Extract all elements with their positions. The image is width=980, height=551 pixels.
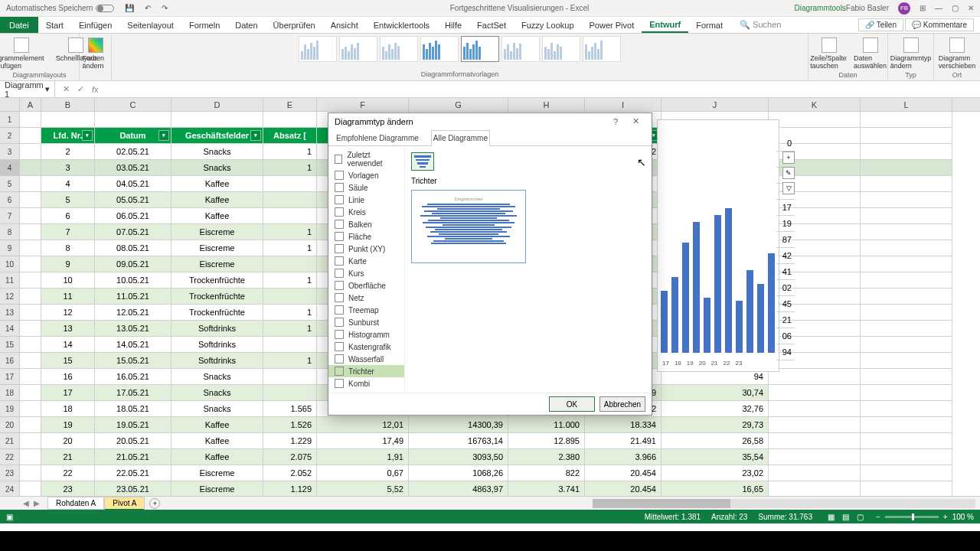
- chart-style-5[interactable]: [461, 36, 499, 62]
- cell[interactable]: Kaffee: [172, 449, 263, 465]
- tab-help[interactable]: Hilfe: [437, 17, 469, 33]
- cell[interactable]: 5,52: [317, 481, 409, 496]
- cell[interactable]: 6: [41, 208, 95, 224]
- chart-type-item[interactable]: Histogramm: [328, 328, 404, 341]
- cell[interactable]: 1: [263, 160, 317, 176]
- change-chart-type-button[interactable]: Diagrammtyp ändern: [889, 36, 933, 71]
- cell[interactable]: 03.05.21: [95, 160, 172, 176]
- chart-style-1[interactable]: [299, 36, 337, 62]
- cell[interactable]: 13: [41, 321, 95, 337]
- cell[interactable]: 23.05.21: [95, 481, 172, 496]
- cell[interactable]: 04.05.21: [95, 176, 172, 192]
- chart-type-item[interactable]: Sunburst: [328, 316, 404, 328]
- cell[interactable]: 3.741: [508, 481, 585, 496]
- user-avatar[interactable]: FB: [898, 2, 910, 15]
- dialog-tab-all[interactable]: Alle Diagramme: [431, 130, 490, 146]
- cell[interactable]: 14: [41, 337, 95, 353]
- view-pagebreak-icon[interactable]: ▢: [857, 513, 864, 521]
- cell[interactable]: 1: [263, 144, 317, 160]
- chart-bar[interactable]: [704, 298, 710, 353]
- move-chart-button[interactable]: Diagramm verschieben: [937, 36, 978, 71]
- chart-type-item[interactable]: Punkt (XY): [328, 243, 404, 255]
- name-box[interactable]: Diagramm 1 ▾: [0, 80, 55, 99]
- cell[interactable]: 1: [263, 353, 317, 369]
- tab-review[interactable]: Überprüfen: [266, 17, 323, 33]
- cell[interactable]: 1.129: [263, 481, 317, 496]
- select-data-button[interactable]: Daten auswählen: [853, 36, 887, 71]
- cancel-formula-icon[interactable]: ✕: [63, 84, 70, 94]
- cell[interactable]: 23,02: [662, 465, 769, 481]
- cell[interactable]: 7: [41, 224, 95, 240]
- tab-fuzzy[interactable]: Fuzzy Lookup: [514, 17, 581, 33]
- filter-icon[interactable]: ▾: [82, 130, 93, 141]
- chart-type-item[interactable]: Kombi: [328, 377, 404, 390]
- cancel-button[interactable]: Abbrechen: [599, 396, 645, 412]
- cell[interactable]: 21.491: [585, 433, 662, 449]
- cell[interactable]: 1.526: [263, 417, 317, 433]
- cell[interactable]: Kaffee: [172, 433, 263, 449]
- cell[interactable]: 22.05.21: [95, 465, 172, 481]
- cell[interactable]: [263, 369, 317, 385]
- dialog-close-icon[interactable]: ✕: [626, 116, 645, 126]
- chart-type-item[interactable]: Oberfläche: [328, 279, 404, 292]
- record-macro-icon[interactable]: ▣: [6, 513, 13, 521]
- cell[interactable]: 3093,50: [409, 449, 508, 465]
- col-header[interactable]: B: [41, 98, 95, 111]
- cell[interactable]: 1,91: [317, 449, 409, 465]
- maximize-icon[interactable]: ▢: [952, 4, 959, 12]
- cell[interactable]: 14.05.21: [95, 337, 172, 353]
- cell[interactable]: 1: [263, 305, 317, 321]
- cell[interactable]: 13.05.21: [95, 321, 172, 337]
- tab-pagelayout[interactable]: Seitenlayout: [119, 17, 181, 33]
- chart-style-2[interactable]: [339, 36, 377, 62]
- tab-insert[interactable]: Einfügen: [71, 17, 119, 33]
- cell[interactable]: Kaffee: [172, 208, 263, 224]
- cell[interactable]: 10: [41, 272, 95, 289]
- col-header[interactable]: K: [769, 98, 861, 111]
- cell[interactable]: Eiscreme: [172, 224, 263, 240]
- cell[interactable]: [263, 289, 317, 305]
- col-header[interactable]: G: [409, 98, 508, 111]
- cell[interactable]: 12.895: [508, 433, 585, 449]
- cell[interactable]: 1: [263, 272, 317, 289]
- cell[interactable]: 8: [41, 240, 95, 256]
- cell[interactable]: 18.05.21: [95, 401, 172, 417]
- cell[interactable]: 11.05.21: [95, 289, 172, 305]
- chart-bar[interactable]: [661, 291, 668, 353]
- tab-developer[interactable]: Entwicklertools: [366, 17, 437, 33]
- chart-bar[interactable]: [736, 301, 743, 353]
- tab-factset[interactable]: FactSet: [469, 17, 514, 33]
- select-all-corner[interactable]: [0, 98, 20, 111]
- cell[interactable]: 20: [41, 433, 95, 449]
- sheet-tab-pivot[interactable]: Pivot A: [104, 497, 145, 510]
- chart-subtype-funnel[interactable]: [411, 152, 434, 171]
- cell[interactable]: [263, 208, 317, 224]
- add-sheet-button[interactable]: +: [149, 498, 160, 509]
- cell[interactable]: 35,54: [662, 449, 769, 465]
- cell[interactable]: [263, 192, 317, 208]
- cell[interactable]: Kaffee: [172, 417, 263, 433]
- cell[interactable]: 2: [41, 144, 95, 160]
- cell[interactable]: 1.229: [263, 433, 317, 449]
- cell[interactable]: Snacks: [172, 160, 263, 176]
- chart-bar[interactable]: [693, 222, 700, 353]
- tab-format[interactable]: Format: [688, 17, 730, 33]
- sheet-next-icon[interactable]: ▶: [34, 499, 40, 507]
- cell[interactable]: 21: [41, 449, 95, 465]
- cell[interactable]: 5: [41, 192, 95, 208]
- redo-icon[interactable]: ↷: [162, 4, 168, 12]
- chart-preview[interactable]: Diagrammtitel: [411, 190, 526, 263]
- chart-type-item[interactable]: Wasserfall: [328, 353, 404, 365]
- cell[interactable]: 02.05.21: [95, 144, 172, 160]
- cell[interactable]: 1068,26: [409, 465, 508, 481]
- ok-button[interactable]: OK: [549, 396, 595, 412]
- tab-powerpivot[interactable]: Power Pivot: [582, 17, 642, 33]
- col-header[interactable]: H: [508, 98, 585, 111]
- cell[interactable]: 11.000: [508, 417, 585, 433]
- cell[interactable]: 14300,39: [409, 417, 508, 433]
- cell[interactable]: Trockenfrüchte: [172, 272, 263, 289]
- chart-type-item[interactable]: Zuletzt verwendet: [328, 149, 404, 169]
- sheet-prev-icon[interactable]: ◀: [23, 499, 29, 507]
- col-header[interactable]: J: [662, 98, 769, 111]
- cell[interactable]: Trockenfrüchte: [172, 289, 263, 305]
